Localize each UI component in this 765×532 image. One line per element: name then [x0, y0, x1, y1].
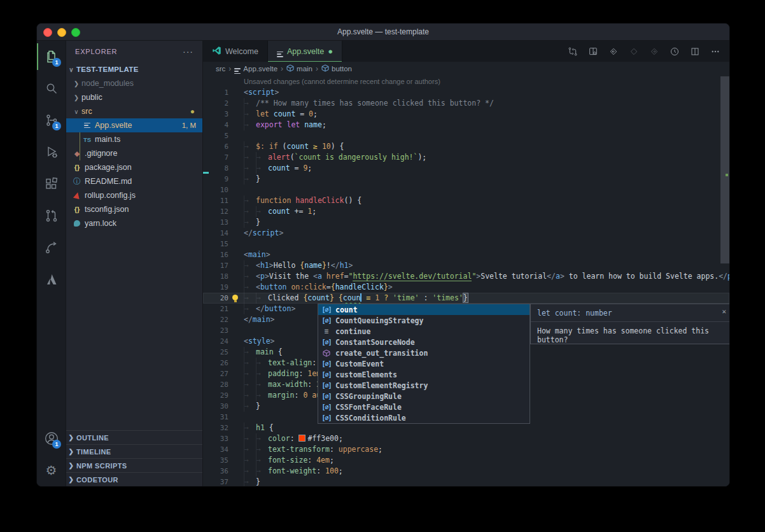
tree-file-main.ts[interactable]: TSmain.ts [66, 132, 202, 146]
tree-folder-node_modules[interactable]: ❯node_modules [66, 76, 202, 90]
scrollbar-slider[interactable] [720, 76, 729, 263]
dirty-dot-icon[interactable]: ● [328, 47, 333, 55]
line-number: 10 [203, 185, 228, 195]
suggest-item-customElements[interactable]: [∅]customElements [318, 369, 530, 380]
suggest-docs-panel: let count: number How many times has som… [530, 304, 729, 344]
suggest-item-create_out_transition[interactable]: create_out_transition [318, 347, 530, 358]
symbol-variable-icon: [∅] [321, 393, 332, 400]
indent-guide: → [244, 347, 256, 358]
split-editor-icon[interactable] [690, 46, 700, 57]
vscode-window: App.svelte — test-template 111⚙ EXPLORER… [36, 23, 730, 487]
tree-file-package.json[interactable]: {}package.json [66, 160, 202, 174]
tree-file-rollup.config.js[interactable]: rollup.config.js [66, 188, 202, 202]
panel-timeline[interactable]: ❯TIMELINE [66, 444, 202, 458]
indent-guide: → [256, 455, 268, 466]
code-line-1: 1<script> [203, 87, 729, 98]
extensions-icon[interactable] [37, 168, 66, 200]
tree-file-README.md[interactable]: ⓘREADME.md [66, 174, 202, 188]
code-line-4: 4→export let name; [203, 120, 729, 130]
tree-file-.gitignore[interactable]: ◆.gitignore [66, 146, 202, 160]
symbol-variable-icon: [∅] [321, 414, 332, 421]
indent-guide: → [244, 401, 256, 412]
chevron-right-icon: ❯ [66, 462, 76, 469]
code-line-34: 34→→text-transform: uppercase; [203, 444, 729, 455]
breadcrumb-item-main[interactable]: main [286, 64, 312, 73]
source-control-icon[interactable]: 1 [37, 104, 66, 136]
explorer-more-actions-icon[interactable]: ··· [183, 46, 193, 57]
source-control-badge: 1 [52, 122, 61, 130]
code-line-7: 7→→alert(`count is dangerously high!`); [203, 152, 729, 163]
suggest-item-ConstantSourceNode[interactable]: [∅]ConstantSourceNode [318, 337, 530, 347]
line-number: 11 [203, 195, 228, 206]
git-compare-icon[interactable] [568, 46, 578, 57]
line-number: 1 [203, 87, 228, 98]
json-file-icon: {} [71, 164, 83, 171]
suggest-item-CSSGroupingRule[interactable]: [∅]CSSGroupingRule [318, 391, 530, 402]
tab-welcome[interactable]: Welcome [203, 41, 268, 62]
timeline-clock-icon[interactable] [670, 46, 680, 57]
more-actions-icon[interactable] [710, 46, 720, 57]
zoom-window-icon[interactable] [71, 28, 80, 37]
chevron-right-icon: ❯ [66, 434, 76, 441]
line-number: 21 [203, 304, 228, 314]
tree-file-App.svelte[interactable]: App.svelte1, M [66, 118, 202, 132]
codetour-icon[interactable] [37, 232, 66, 263]
indent-guide: → [244, 423, 256, 433]
suggest-item-CustomElementRegistry[interactable]: [∅]CustomElementRegistry [318, 380, 530, 391]
minimize-window-icon[interactable] [57, 28, 66, 37]
panel-codetour[interactable]: ❯CODETOUR [66, 472, 202, 486]
line-number: 19 [203, 282, 228, 293]
suggest-item-CountQueuingStrategy[interactable]: [∅]CountQueuingStrategy [318, 315, 530, 326]
azure-icon[interactable] [37, 263, 66, 295]
code-line-35: 35→→font-size: 4em; [203, 455, 729, 466]
tree-root-folder[interactable]: ∨TEST-TEMPLATE [66, 62, 202, 76]
indent-guide: → [244, 368, 256, 379]
panel-npm-scripts[interactable]: ❯NPM SCRIPTS [66, 458, 202, 472]
suggest-item-count[interactable]: [∅]count [318, 304, 530, 315]
next-diff-icon[interactable] [649, 46, 659, 57]
open-preview-icon[interactable] [588, 46, 598, 57]
accounts-icon[interactable]: 1 [37, 423, 66, 454]
sidebar-panels: ❯OUTLINE❯TIMELINE❯NPM SCRIPTS❯CODETOUR [66, 430, 202, 486]
code-line-10: 10 [203, 185, 729, 195]
explorer-icon[interactable]: 1 [37, 41, 66, 73]
line-number: 29 [203, 390, 228, 401]
color-swatch [298, 435, 305, 442]
vertical-scrollbar[interactable] [720, 75, 729, 486]
indent-guide: → [256, 433, 268, 444]
settings-icon[interactable]: ⚙ [37, 454, 66, 486]
indent-guide: → [256, 379, 268, 390]
code-line-19: 19→<button on:click={handleClick}> [203, 282, 729, 293]
suggest-item-CSSFontFaceRule[interactable]: [∅]CSSFontFaceRule [318, 402, 530, 412]
indent-guide: → [256, 390, 268, 401]
tab-app-svelte[interactable]: App.svelte● [268, 41, 342, 62]
suggest-item-CustomEvent[interactable]: [∅]CustomEvent [318, 358, 530, 369]
breadcrumb-item-button[interactable]: button [321, 64, 352, 73]
close-window-icon[interactable] [43, 28, 52, 37]
code-line-13: 13→} [203, 217, 729, 228]
tree-file-tsconfig.json[interactable]: {}tsconfig.json [66, 202, 202, 216]
code-line-2: 2→/** How many times has someone clicked… [203, 98, 729, 109]
symbol-variable-icon: [∅] [321, 371, 332, 378]
tree-folder-src[interactable]: ∨src● [66, 104, 202, 118]
symbol-variable-icon: [∅] [321, 382, 332, 389]
file-tree: ∨TEST-TEMPLATE❯node_modules❯public∨src●A… [66, 62, 202, 230]
suggest-item-CSSConditionRule[interactable]: [∅]CSSConditionRule [318, 412, 530, 423]
pull-requests-icon[interactable] [37, 200, 66, 232]
previous-change-icon[interactable] [608, 46, 619, 57]
previous-diff-icon[interactable] [629, 46, 639, 57]
tree-file-yarn.lock[interactable]: yarn.lock [66, 216, 202, 230]
run-debug-icon[interactable] [37, 136, 66, 168]
svelte-file-icon [81, 123, 93, 129]
suggest-item-continue[interactable]: ≡continue [318, 326, 530, 337]
breadcrumb-item-app-svelte[interactable]: App.svelte [234, 63, 277, 74]
indent-guide: → [244, 358, 256, 368]
close-icon[interactable]: ✕ [722, 307, 726, 316]
breadcrumb-item-src[interactable]: src [216, 65, 225, 73]
tree-folder-public[interactable]: ❯public [66, 90, 202, 104]
search-icon[interactable] [37, 73, 66, 104]
code-editor[interactable]: Unsaved changes (cannot determine recent… [203, 75, 729, 486]
panel-outline[interactable]: ❯OUTLINE [66, 430, 202, 444]
lightbulb-icon[interactable] [232, 295, 238, 300]
modified-dot-badge: ● [190, 107, 195, 116]
